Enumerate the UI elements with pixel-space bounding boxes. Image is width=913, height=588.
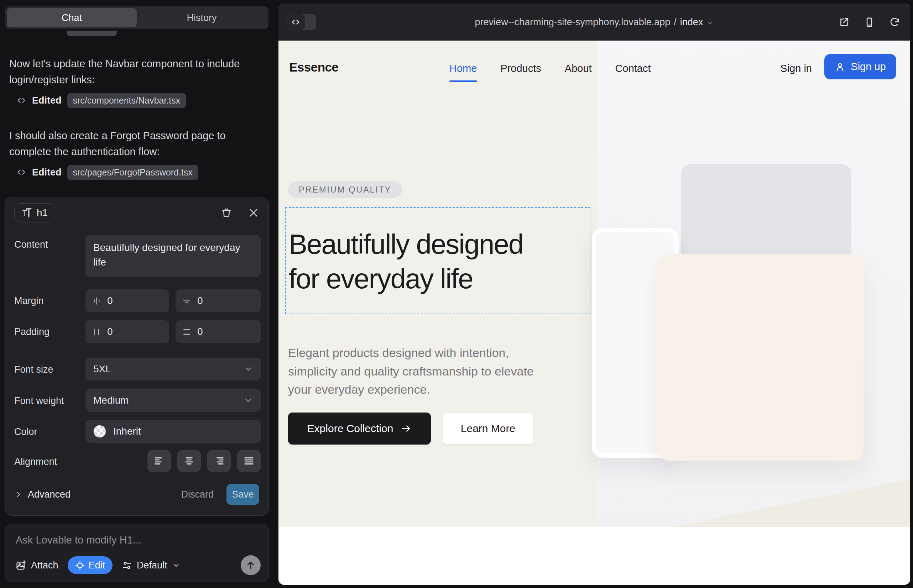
- font-weight-label: Font weight: [14, 396, 64, 407]
- content-label: Content: [14, 239, 48, 250]
- edited-file-row: Edited src/pages/ForgotPassword.tsx: [16, 165, 198, 180]
- user-icon: [835, 61, 845, 72]
- explore-collection-button[interactable]: Explore Collection: [288, 412, 431, 444]
- url-separator: /: [674, 17, 677, 28]
- code-icon: [16, 167, 26, 177]
- hero-headline[interactable]: Beautifully designed for everyday life: [289, 227, 538, 296]
- signup-button[interactable]: Sign up: [824, 54, 896, 79]
- chat-composer[interactable]: Ask Lovable to modify H1... Attach Edit: [5, 524, 269, 582]
- attach-button[interactable]: Attach: [16, 560, 58, 571]
- edit-mode-button[interactable]: Edit: [68, 556, 113, 574]
- mobile-view-button[interactable]: [864, 17, 875, 28]
- selected-element-outline[interactable]: Beautifully designed for everyday life: [285, 207, 590, 314]
- signin-link[interactable]: Sign in: [780, 63, 812, 74]
- nav-link-products[interactable]: Products: [500, 63, 541, 74]
- tab-chat[interactable]: Chat: [7, 8, 137, 27]
- url-bar[interactable]: preview--charming-site-symphony.lovable.…: [278, 3, 910, 40]
- type-icon: [22, 207, 32, 218]
- padding-vertical-icon: [182, 327, 191, 337]
- margin-y-input[interactable]: 0: [176, 289, 261, 312]
- selected-element-chip[interactable]: h1: [14, 203, 55, 223]
- preview-header: preview--charming-site-symphony.lovable.…: [278, 3, 910, 40]
- sidebar-tabbar: Chat History: [5, 6, 269, 29]
- active-nav-underline: [449, 81, 477, 82]
- tab-history[interactable]: History: [137, 8, 267, 27]
- padding-y-input[interactable]: 0: [176, 320, 261, 343]
- mode-selector[interactable]: Default: [122, 560, 180, 571]
- color-label: Color: [14, 426, 37, 438]
- url-path: index: [680, 17, 703, 28]
- composer-input[interactable]: Ask Lovable to modify H1...: [16, 534, 141, 546]
- color-swatch: [93, 425, 106, 438]
- refresh-button[interactable]: [889, 17, 900, 28]
- preview-panel: preview--charming-site-symphony.lovable.…: [278, 3, 910, 585]
- font-weight-select[interactable]: Medium: [86, 389, 261, 412]
- chat-sidebar: Chat History Now let's update the Navbar…: [0, 0, 278, 588]
- url-host: preview--charming-site-symphony.lovable.…: [475, 17, 670, 28]
- sliders-icon: [122, 560, 132, 570]
- open-external-button[interactable]: [839, 17, 850, 28]
- advanced-toggle[interactable]: Advanced: [14, 489, 71, 500]
- chevron-right-icon: [14, 490, 23, 499]
- padding-horizontal-icon: [92, 327, 102, 337]
- next-section-background: [278, 527, 910, 585]
- padding-label: Padding: [14, 326, 50, 338]
- assistant-message: Now let's update the Navbar component to…: [9, 56, 250, 88]
- app: Chat History Now let's update the Navbar…: [0, 0, 913, 588]
- decorative-card-cream: [658, 254, 863, 460]
- chevron-down-icon: [244, 396, 253, 405]
- align-right-button[interactable]: [207, 450, 231, 472]
- font-size-select[interactable]: 5XL: [86, 358, 261, 381]
- edited-label: Edited: [32, 95, 62, 106]
- align-center-button[interactable]: [177, 450, 201, 472]
- hero-description: Elegant products designed with intention…: [288, 344, 552, 399]
- edited-file-row: Edited src/components/Navbar.tsx: [16, 92, 186, 108]
- site-canvas: Essence Home Products About Contact Sign…: [278, 40, 910, 585]
- delete-element-button[interactable]: [221, 207, 232, 218]
- arrow-right-icon: [401, 423, 412, 434]
- code-icon: [16, 95, 26, 105]
- chevron-down-icon: [244, 365, 253, 374]
- learn-more-button[interactable]: Learn More: [443, 412, 533, 444]
- crosshair-icon: [75, 561, 85, 570]
- save-button[interactable]: Save: [227, 484, 259, 505]
- margin-label: Margin: [14, 296, 44, 307]
- element-tag: h1: [37, 207, 48, 218]
- align-left-button[interactable]: [147, 450, 171, 472]
- editor-header: h1: [14, 203, 259, 223]
- chevron-down-icon: [172, 561, 180, 570]
- site-nav: Home Products About Contact: [449, 63, 651, 74]
- align-justify-button[interactable]: [237, 450, 261, 472]
- attach-image-icon: [16, 560, 26, 570]
- font-size-label: Font size: [14, 364, 53, 375]
- margin-horizontal-icon: [92, 296, 102, 306]
- element-editor-panel: h1 Content Beautifully designed for ever…: [5, 197, 269, 516]
- site-logo[interactable]: Essence: [289, 60, 338, 74]
- alignment-label: Alignment: [14, 456, 57, 467]
- file-badge[interactable]: src/components/Navbar.tsx: [67, 93, 186, 108]
- nav-link-contact[interactable]: Contact: [615, 63, 651, 74]
- file-badge[interactable]: src/pages/ForgotPassword.tsx: [67, 165, 198, 180]
- discard-button[interactable]: Discard: [181, 489, 214, 500]
- padding-x-input[interactable]: 0: [86, 320, 169, 343]
- send-button[interactable]: [241, 555, 261, 575]
- scrolled-badge-fragment: [66, 31, 117, 36]
- margin-vertical-icon: [182, 296, 191, 306]
- quality-badge: PREMIUM QUALITY: [288, 181, 402, 198]
- edited-label: Edited: [32, 167, 62, 178]
- color-picker[interactable]: Inherit: [86, 420, 261, 443]
- content-textarea[interactable]: Beautifully designed for everyday life: [86, 235, 261, 277]
- close-editor-button[interactable]: [248, 207, 259, 218]
- assistant-message: I should also create a Forgot Password p…: [9, 128, 250, 160]
- nav-link-home[interactable]: Home: [449, 63, 477, 74]
- chevron-down-icon: [706, 19, 714, 26]
- nav-link-about[interactable]: About: [565, 63, 592, 74]
- margin-x-input[interactable]: 0: [86, 289, 169, 312]
